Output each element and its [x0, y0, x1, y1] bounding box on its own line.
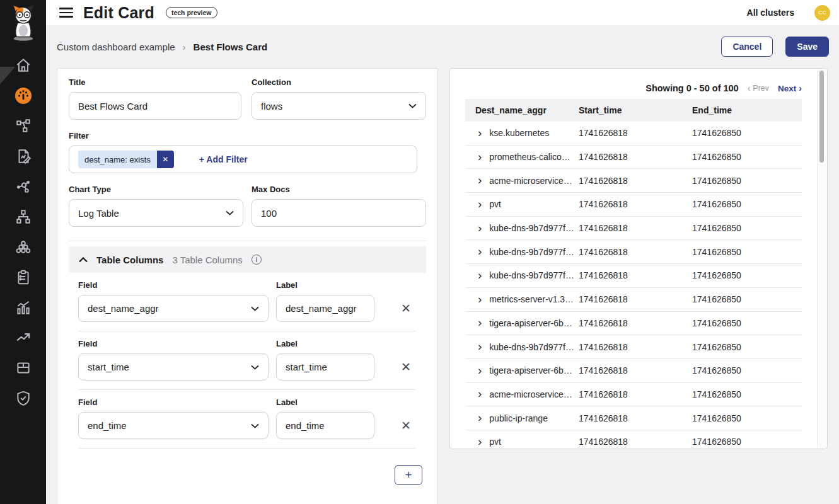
sidebar-item-reports[interactable] — [0, 292, 46, 323]
sidebar-item-threat-graph[interactable] — [0, 171, 46, 202]
table-row[interactable]: ›acme-microservice…17416268181741626850 — [465, 383, 802, 407]
label-input[interactable] — [276, 353, 374, 381]
field-select[interactable]: start_time — [78, 353, 269, 381]
table-row[interactable]: ›pvt17416268181741626850 — [465, 430, 802, 449]
table-row[interactable]: ›tigera-apiserver-6b…1741626818174162685… — [465, 312, 802, 336]
expand-row-icon[interactable]: › — [478, 270, 482, 281]
sidebar-item-activity[interactable] — [0, 323, 46, 353]
expand-row-icon[interactable]: › — [478, 198, 482, 210]
table-row[interactable]: ›public-ip-range17416268181741626850 — [465, 406, 802, 430]
label-input[interactable] — [276, 412, 374, 439]
dest-name-cell: prometheus-calico… — [489, 152, 570, 162]
label-input[interactable] — [276, 295, 374, 322]
table-row[interactable]: ›kube-dns-9b7d977f…17416268181741626850 — [465, 217, 802, 241]
title-label: Title — [69, 77, 241, 87]
dest-name-cell: pvt — [489, 437, 501, 447]
chevron-left-icon: ‹ — [748, 84, 751, 93]
cancel-button[interactable]: Cancel — [721, 37, 773, 57]
title-input[interactable] — [69, 92, 241, 120]
prev-button[interactable]: ‹ Prev — [748, 84, 769, 93]
chart-type-select[interactable]: Log Table — [69, 199, 243, 227]
expand-row-icon[interactable]: › — [478, 388, 482, 399]
table-row[interactable]: ›prometheus-calico…17416268181741626850 — [465, 146, 802, 169]
next-button[interactable]: Next › — [778, 84, 802, 93]
sidebar-item-dashboards[interactable] — [0, 81, 46, 111]
expand-row-icon[interactable]: › — [478, 317, 482, 328]
table-row[interactable]: ›tigera-apiserver-6b…1741626818174162685… — [465, 359, 802, 383]
expand-row-icon[interactable]: › — [478, 365, 482, 376]
max-docs-input[interactable] — [252, 199, 426, 227]
dest-name-cell: public-ip-range — [489, 413, 548, 423]
scrollbar-thumb[interactable] — [819, 71, 824, 163]
chevron-down-icon — [251, 365, 259, 370]
sidebar-item-flow-logs[interactable] — [0, 141, 46, 171]
shield-check-icon — [15, 390, 32, 406]
end-time-cell: 1741626850 — [692, 389, 802, 399]
expand-row-icon[interactable]: › — [478, 436, 482, 447]
table-row[interactable]: ›acme-microservice…17416268181741626850 — [465, 169, 802, 193]
avatar[interactable]: CC — [814, 5, 830, 21]
expand-row-icon[interactable]: › — [478, 151, 482, 163]
pagination: Showing 0 - 50 of 100 ‹ Prev Next › — [465, 83, 802, 94]
label-label: Label — [276, 339, 374, 348]
preview-table: Dest_name_aggr Start_time End_time ›kse.… — [465, 99, 802, 449]
table-columns-header[interactable]: Table Columns 3 Table Columns i — [69, 246, 426, 273]
field-label: Field — [78, 398, 269, 407]
remove-column-icon[interactable]: ✕ — [401, 420, 411, 439]
table-row[interactable]: ›kube-dns-9b7d977f…17416268181741626850 — [465, 240, 802, 264]
start-time-cell: 1741626818 — [579, 270, 692, 280]
chevron-up-icon[interactable] — [79, 257, 88, 263]
table-row[interactable]: ›metrics-server-v1.3…1741626818174162685… — [465, 288, 802, 312]
field-select[interactable]: dest_name_aggr — [78, 295, 269, 322]
dest-name-cell: acme-microservice… — [489, 176, 572, 186]
table-row[interactable]: ›pvt17416268181741626850 — [465, 193, 802, 217]
table-row[interactable]: ›kube-dns-9b7d977f…17416268181741626850 — [465, 335, 802, 359]
breadcrumb-parent[interactable]: Custom dashboard example — [57, 42, 175, 52]
column-editor-row: Field dest_name_aggr Label ✕ — [78, 273, 426, 331]
info-icon[interactable]: i — [252, 255, 262, 265]
end-time-cell: 1741626850 — [692, 223, 802, 233]
sidebar-item-security[interactable] — [0, 383, 46, 413]
sidebar-item-service-graph[interactable] — [0, 111, 46, 141]
save-button[interactable]: Save — [785, 37, 829, 57]
sidebar-item-clusters[interactable] — [0, 232, 46, 262]
table-row[interactable]: ›kube-dns-9b7d977f…17416268181741626850 — [465, 264, 802, 288]
filter-chip: dest_name: exists ✕ — [78, 151, 174, 168]
expand-row-icon[interactable]: › — [478, 222, 482, 234]
table-columns-count: 3 Table Columns — [172, 255, 242, 265]
sidebar — [0, 0, 46, 504]
cluster-selector[interactable]: All clusters — [747, 8, 794, 18]
row-divider — [78, 448, 416, 449]
collection-select[interactable]: flows — [252, 92, 426, 120]
field-select[interactable]: end_time — [78, 412, 269, 439]
expand-row-icon[interactable]: › — [478, 341, 482, 352]
chevron-down-icon — [226, 210, 234, 215]
expand-row-icon[interactable]: › — [478, 294, 482, 305]
expand-row-icon[interactable]: › — [478, 175, 482, 186]
start-time-cell: 1741626818 — [579, 342, 692, 352]
expand-row-icon[interactable]: › — [478, 412, 482, 423]
scrollbar-track[interactable] — [817, 69, 826, 448]
start-time-cell: 1741626818 — [579, 176, 692, 186]
add-filter-link[interactable]: + Add Filter — [199, 154, 248, 164]
remove-column-icon[interactable]: ✕ — [401, 361, 411, 381]
sidebar-item-nodes[interactable] — [0, 202, 46, 232]
collection-label: Collection — [252, 77, 426, 87]
add-column-button[interactable]: + — [395, 465, 422, 485]
expand-row-icon[interactable]: › — [478, 127, 482, 139]
calico-cat-logo[interactable] — [6, 4, 40, 42]
end-time-cell: 1741626850 — [692, 437, 802, 447]
packages-icon — [15, 360, 32, 376]
card-editor-form: Title Collection flows Filter dest_name:… — [57, 68, 438, 504]
expand-row-icon[interactable]: › — [478, 246, 482, 257]
dest-name-cell: kube-dns-9b7d977f… — [489, 223, 574, 233]
chevron-down-icon — [251, 423, 259, 428]
table-row[interactable]: ›kse.kubernetes17416268181741626850 — [465, 122, 802, 146]
sidebar-item-packages[interactable] — [0, 353, 46, 383]
chart-type-label: Chart Type — [69, 185, 243, 194]
remove-column-icon[interactable]: ✕ — [401, 302, 411, 322]
remove-filter-icon[interactable]: ✕ — [157, 151, 174, 168]
label-label: Label — [276, 398, 374, 407]
hamburger-menu-icon[interactable] — [59, 8, 73, 18]
sidebar-item-compliance[interactable] — [0, 262, 46, 292]
